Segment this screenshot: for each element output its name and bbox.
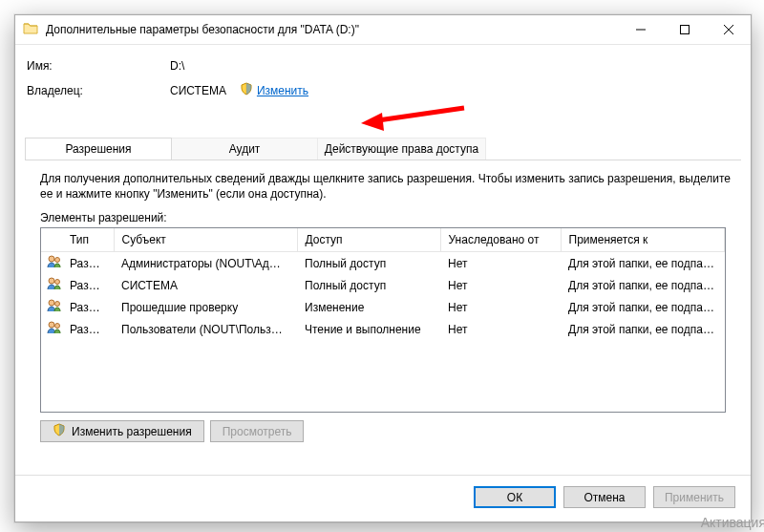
cell-applies: Для этой папки, ее подпапок … bbox=[561, 274, 725, 296]
cell-access: Полный доступ bbox=[297, 274, 440, 296]
svg-point-7 bbox=[49, 322, 54, 328]
name-label: Имя: bbox=[27, 59, 170, 73]
cell-access: Чтение и выполнение bbox=[297, 318, 440, 340]
cell-subject: Администраторы (NOUT\Ад… bbox=[114, 252, 297, 275]
svg-point-3 bbox=[49, 278, 54, 284]
cell-access: Полный доступ bbox=[297, 252, 440, 275]
owner-change-link[interactable]: Изменить bbox=[257, 84, 308, 97]
users-group-icon bbox=[41, 318, 62, 340]
cancel-button[interactable]: Отмена bbox=[563, 486, 646, 508]
table-row[interactable]: Разр…Прошедшие проверкуИзменениеНетДля э… bbox=[41, 296, 725, 318]
col-access[interactable]: Доступ bbox=[297, 228, 440, 252]
shield-icon bbox=[53, 423, 66, 439]
tab-effective-access[interactable]: Действующие права доступа bbox=[317, 138, 486, 160]
name-value: D:\ bbox=[170, 59, 184, 73]
shield-icon bbox=[240, 82, 253, 98]
ok-button[interactable]: ОК bbox=[474, 486, 556, 508]
dialog-window: Дополнительные параметры безопасности дл… bbox=[14, 14, 752, 522]
cell-type: Разр… bbox=[62, 318, 114, 340]
tab-permissions[interactable]: Разрешения bbox=[25, 138, 172, 160]
svg-point-1 bbox=[49, 256, 54, 262]
cell-applies: Для этой папки, ее подпапок … bbox=[561, 318, 725, 340]
cell-subject: Пользователи (NOUT\Польз… bbox=[114, 318, 297, 340]
owner-label: Владелец: bbox=[27, 84, 170, 97]
cell-applies: Для этой папки, ее подпапок … bbox=[561, 296, 725, 318]
cell-inherited: Нет bbox=[440, 318, 561, 340]
col-subject[interactable]: Субъект bbox=[114, 228, 297, 252]
svg-point-8 bbox=[55, 324, 60, 329]
minimize-button[interactable] bbox=[619, 15, 663, 44]
window-title: Дополнительные параметры безопасности дл… bbox=[46, 23, 359, 36]
cell-inherited: Нет bbox=[440, 274, 561, 296]
col-type[interactable]: Тип bbox=[62, 228, 114, 252]
cell-type: Разр… bbox=[62, 274, 114, 296]
table-row[interactable]: Разр…Администраторы (NOUT\Ад…Полный дост… bbox=[41, 252, 725, 275]
users-group-icon bbox=[41, 296, 62, 318]
cell-access: Изменение bbox=[297, 296, 440, 318]
users-group-icon bbox=[41, 274, 62, 296]
permissions-elements-label: Элементы разрешений: bbox=[40, 211, 167, 224]
cell-inherited: Нет bbox=[440, 296, 561, 318]
tab-audit[interactable]: Аудит bbox=[171, 138, 318, 160]
view-button: Просмотреть bbox=[210, 420, 305, 442]
svg-rect-0 bbox=[681, 26, 690, 34]
activation-watermark: Активация bbox=[701, 515, 764, 530]
svg-point-5 bbox=[49, 300, 54, 306]
cell-subject: СИСТЕМА bbox=[114, 274, 297, 296]
cell-subject: Прошедшие проверку bbox=[114, 296, 297, 318]
cell-type: Разр… bbox=[62, 252, 114, 275]
cell-type: Разр… bbox=[62, 296, 114, 318]
table-header-row[interactable]: Тип Субъект Доступ Унаследовано от Приме… bbox=[41, 228, 725, 252]
svg-point-6 bbox=[55, 302, 60, 307]
owner-value: СИСТЕМА bbox=[170, 84, 226, 97]
folder-icon bbox=[23, 21, 38, 39]
cell-inherited: Нет bbox=[440, 252, 561, 275]
col-applies[interactable]: Применяется к bbox=[561, 228, 725, 252]
close-button[interactable] bbox=[707, 15, 751, 44]
cell-applies: Для этой папки, ее подпапок … bbox=[561, 252, 725, 275]
maximize-button[interactable] bbox=[663, 15, 707, 44]
svg-point-4 bbox=[55, 280, 60, 285]
users-group-icon bbox=[41, 252, 62, 275]
svg-point-2 bbox=[55, 258, 60, 263]
permissions-table: Тип Субъект Доступ Унаследовано от Приме… bbox=[40, 227, 726, 413]
apply-button: Применить bbox=[653, 486, 735, 508]
change-permissions-button[interactable]: Изменить разрешения bbox=[40, 420, 204, 442]
separator bbox=[15, 475, 751, 476]
table-row[interactable]: Разр…СИСТЕМАПолный доступНетДля этой пап… bbox=[41, 274, 725, 296]
col-inherited[interactable]: Унаследовано от bbox=[440, 228, 561, 252]
title-bar[interactable]: Дополнительные параметры безопасности дл… bbox=[15, 15, 751, 45]
table-row[interactable]: Разр…Пользователи (NOUT\Польз…Чтение и в… bbox=[41, 318, 725, 340]
help-text: Для получения дополнительных сведений дв… bbox=[40, 171, 735, 202]
